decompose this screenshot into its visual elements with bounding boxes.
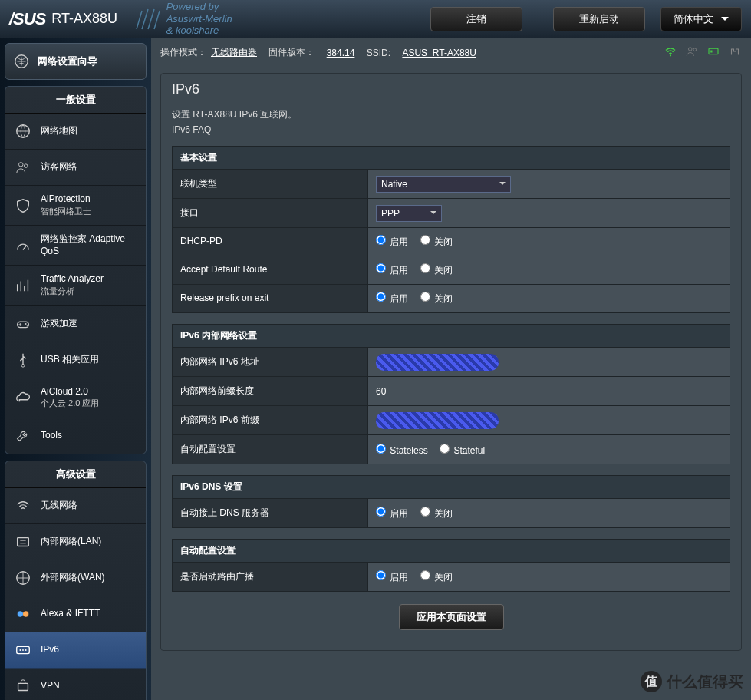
- alexa-icon: [13, 604, 33, 624]
- clients-status-icon[interactable]: [685, 45, 699, 61]
- reboot-button[interactable]: 重新启动: [553, 7, 645, 31]
- label-prefix-len: 内部网络前缀长度: [173, 377, 368, 405]
- wizard-icon: [12, 51, 31, 71]
- sidebar-item-wireless[interactable]: 无线网络: [5, 488, 146, 524]
- section-auto: 自动配置设置: [172, 539, 730, 563]
- svg-point-19: [693, 48, 697, 51]
- sidebar-item-aiprotection[interactable]: AiProtection智能网络卫士: [5, 186, 146, 226]
- wifi-icon: [13, 496, 33, 516]
- brand-logo: /SUS: [9, 9, 45, 29]
- sidebar-item-label: Alexa & IFTTT: [41, 608, 100, 619]
- lan-ipv6-prefix-value: [376, 412, 499, 429]
- advanced-header: 高级设置: [5, 461, 146, 488]
- lan-ipv6-address-value: [376, 354, 499, 371]
- svg-point-11: [23, 611, 28, 616]
- watermark: 值 什么值得买: [641, 671, 743, 692]
- sidebar-item-alexa-ifttt[interactable]: Alexa & IFTTT: [5, 596, 146, 632]
- sidebar-item-network-map[interactable]: 网络地图: [5, 114, 146, 150]
- svg-point-13: [19, 649, 21, 651]
- wrench-icon: [13, 426, 33, 446]
- default-route-enable[interactable]: 启用: [376, 263, 408, 277]
- label-lan-prefix: 内部网络 IPv6 前缀: [173, 406, 368, 434]
- dhcp-pd-enable[interactable]: 启用: [376, 235, 408, 249]
- conn-type-dropdown[interactable]: Native: [376, 176, 511, 193]
- wifi-status-icon[interactable]: [664, 45, 677, 61]
- label-autoconfig: 自动配置设置: [173, 435, 368, 464]
- sidebar-item-game-boost[interactable]: 游戏加速: [5, 306, 146, 342]
- sidebar-item-vpn[interactable]: VPN: [5, 669, 146, 700]
- sidebar-item-aicloud[interactable]: AiCloud 2.0个人云 2.0 应用: [5, 378, 146, 418]
- sidebar-item-label: 网络地图: [41, 125, 77, 136]
- sidebar-item-usb-apps[interactable]: USB 相关应用: [5, 342, 146, 378]
- ipv6-icon: [13, 640, 33, 660]
- release-prefix-disable[interactable]: 关闭: [420, 292, 453, 305]
- sidebar-item-ipv6[interactable]: IPv6: [5, 632, 146, 669]
- page-description: 设置 RT-AX88U IPv6 互联网。: [172, 108, 730, 121]
- sidebar-item-label: 外部网络(WAN): [41, 572, 105, 583]
- sidebar-item-lan[interactable]: 内部网络(LAN): [5, 524, 146, 560]
- firmware-credit: Powered by Asuswrt-Merlin & koolshare: [133, 1, 232, 37]
- chart-icon: [13, 276, 33, 296]
- svg-rect-20: [709, 48, 718, 54]
- top-bar: /SUS RT-AX88U Powered by Asuswrt-Merlin …: [0, 0, 751, 38]
- svg-rect-16: [18, 683, 28, 690]
- dhcp-pd-disable[interactable]: 关闭: [420, 235, 453, 249]
- sidebar-item-label: USB 相关应用: [41, 354, 99, 365]
- sidebar-item-label: Tools: [41, 430, 62, 441]
- auto-dns-disable[interactable]: 关闭: [420, 507, 453, 520]
- svg-point-15: [25, 649, 27, 651]
- chevron-down-icon: [499, 182, 506, 188]
- chevron-down-icon: [430, 211, 436, 217]
- gauge-icon: [13, 236, 33, 256]
- sidebar-item-wan[interactable]: 外部网络(WAN): [5, 560, 146, 596]
- sidebar-item-label: Traffic Analyzer: [41, 273, 104, 284]
- auto-dns-enable[interactable]: 启用: [376, 507, 408, 520]
- svg-point-2: [19, 163, 24, 167]
- sidebar-item-label: IPv6: [41, 644, 59, 655]
- antenna-icon: [133, 8, 163, 31]
- shield-icon: [13, 196, 33, 216]
- label-dhcp-pd: DHCP-PD: [173, 228, 368, 256]
- sidebar-item-qos[interactable]: 网络监控家 Adaptive QoS: [5, 226, 146, 266]
- sidebar: 网络设置向导 一般设置 网络地图 访客网络 AiProtection智能网络卫士…: [0, 38, 151, 700]
- ethernet-status-icon[interactable]: [728, 45, 742, 61]
- language-dropdown[interactable]: 简体中文: [660, 7, 742, 31]
- sidebar-item-guest-network[interactable]: 访客网络: [5, 150, 146, 186]
- interface-dropdown[interactable]: PPP: [376, 205, 442, 222]
- model-name: RT-AX88U: [51, 11, 117, 27]
- ipv6-faq-link[interactable]: IPv6 FAQ: [172, 124, 211, 135]
- section-lan: IPv6 内部网络设置: [172, 324, 730, 348]
- router-adv-disable[interactable]: 关闭: [420, 570, 453, 584]
- svg-rect-21: [710, 51, 712, 53]
- network-wizard-button[interactable]: 网络设置向导: [5, 43, 147, 80]
- default-route-disable[interactable]: 关闭: [420, 263, 453, 277]
- chevron-down-icon: [721, 17, 729, 25]
- autoconfig-stateful[interactable]: Stateful: [440, 444, 485, 456]
- router-adv-enable[interactable]: 启用: [376, 570, 408, 584]
- globe-icon: [13, 121, 33, 141]
- label-lan-addr: 内部网络 IPv6 地址: [173, 348, 368, 376]
- usb-status-icon[interactable]: [707, 45, 720, 61]
- ssid-link[interactable]: ASUS_RT-AX88U: [402, 48, 476, 58]
- apply-button[interactable]: 应用本页面设置: [399, 604, 504, 630]
- guest-icon: [13, 157, 33, 177]
- sidebar-item-tools[interactable]: Tools: [5, 418, 146, 454]
- label-default-route: Accept Default Route: [173, 256, 368, 284]
- svg-point-6: [27, 324, 28, 325]
- watermark-icon: 值: [641, 671, 662, 692]
- release-prefix-enable[interactable]: 启用: [376, 292, 408, 305]
- section-dns: IPv6 DNS 设置: [172, 475, 730, 499]
- sidebar-item-label: VPN: [41, 680, 60, 691]
- operation-mode-link[interactable]: 无线路由器: [211, 46, 257, 59]
- wan-icon: [13, 568, 33, 588]
- sidebar-item-label: 访客网络: [41, 161, 77, 172]
- sidebar-item-traffic-analyzer[interactable]: Traffic Analyzer流量分析: [5, 266, 146, 305]
- logout-button[interactable]: 注销: [430, 7, 522, 31]
- firmware-link[interactable]: 384.14: [327, 48, 355, 58]
- label-router-adv: 是否启动路由广播: [173, 563, 368, 591]
- lan-icon: [13, 532, 33, 552]
- gamepad-icon: [13, 314, 33, 334]
- section-basic: 基本设置: [172, 146, 730, 170]
- autoconfig-stateless[interactable]: Stateless: [376, 444, 428, 456]
- sidebar-item-label: 无线网络: [41, 500, 77, 510]
